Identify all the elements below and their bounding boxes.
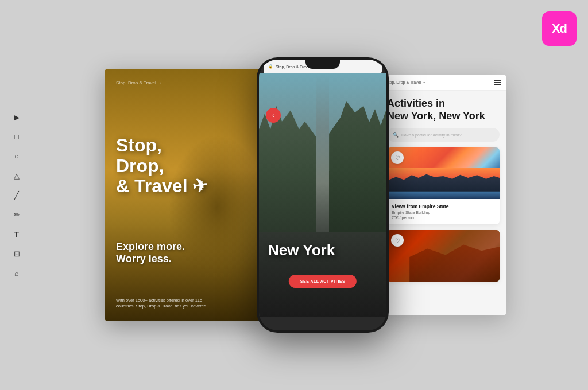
phone-notch (305, 60, 340, 69)
activity-card-1[interactable]: ♡ Views from Empire State Empire State B… (387, 147, 500, 224)
activity-title-1: Views from Empire State (392, 204, 495, 209)
left-url-bar: Stop, Drop & Travel → (116, 80, 254, 85)
activity-info-1: Views from Empire State Empire State Bui… (387, 199, 500, 224)
phone-city-name: New York (268, 241, 377, 259)
hamburger-menu[interactable] (494, 80, 501, 85)
line-tool[interactable]: ╱ (10, 189, 23, 201)
hamburger-line-1 (494, 80, 501, 81)
left-artboard[interactable]: Stop, Drop & Travel → Stop, Drop, & Trav… (105, 69, 265, 321)
canvas-area: Stop, Drop & Travel → Stop, Drop, & Trav… (34, 23, 577, 367)
phone-cta-button[interactable]: SEE ALL ACTIVITIES (289, 275, 357, 288)
activity-search[interactable]: 🔍 Have a particular activity in mind? (387, 128, 500, 142)
xd-app-icon: Xd (542, 11, 577, 46)
plane-icon: ✈ (191, 175, 210, 197)
left-subtitle: Explore more. Worry less. (116, 241, 254, 265)
activity-card-2[interactable]: ♡ (387, 230, 500, 282)
search-placeholder: Have a particular activity in mind? (401, 133, 462, 137)
right-heading: Activities in New York, New York (387, 98, 500, 122)
activity-image-1: ♡ (387, 147, 500, 199)
activity-price-1: 70€ / person (392, 216, 495, 220)
phone-back-button[interactable]: ‹ (266, 108, 281, 123)
center-phone-mockup[interactable]: 🔒 Stop, Drop & Travel → ‹ (257, 57, 389, 333)
zoom-tool[interactable]: ⌕ (10, 267, 23, 279)
artboard-tool[interactable]: ⊡ (10, 247, 23, 260)
left-toolbar: ▶ □ ○ △ ╱ ✏ T ⊡ ⌕ (10, 111, 23, 279)
hamburger-line-2 (494, 82, 501, 83)
right-content: Activities in New York, New York 🔍 Have … (380, 91, 506, 294)
rectangle-tool[interactable]: □ (10, 130, 23, 143)
right-top-bar: Stop, Drop & Travel → (380, 75, 506, 91)
right-url-text: Stop, Drop & Travel → (386, 80, 426, 84)
text-tool[interactable]: T (10, 228, 23, 240)
right-artboard[interactable]: Stop, Drop & Travel → Activities in New … (380, 75, 506, 315)
left-body-text: With over 1500+ activities offered in ov… (116, 298, 208, 310)
activity-location-1: Empire State Building (392, 210, 495, 214)
activity-heart-1[interactable]: ♡ (391, 151, 404, 164)
hamburger-line-3 (494, 84, 501, 85)
ellipse-tool[interactable]: ○ (10, 150, 23, 162)
cursor-tool[interactable]: ▶ (10, 111, 23, 123)
activity-image-2: ♡ (387, 230, 500, 282)
triangle-tool[interactable]: △ (10, 169, 23, 182)
search-icon: 🔍 (393, 132, 399, 138)
left-headline: Stop, Drop, & Travel ✈ (116, 135, 254, 196)
pen-tool[interactable]: ✏ (10, 208, 23, 221)
